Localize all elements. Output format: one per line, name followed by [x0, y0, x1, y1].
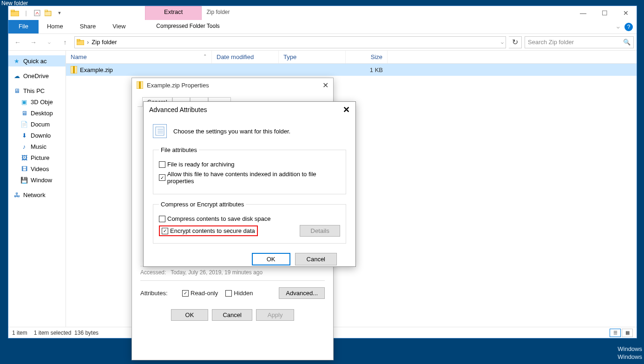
properties-dialog-buttons: OK Cancel Apply — [132, 304, 333, 327]
sidebar-item-quick-access[interactable]: ★ Quick ac — [8, 55, 66, 66]
hidden-label: Hidden — [234, 290, 253, 297]
attributes-row: Attributes: ✓ Read-only Hidden Advanced.… — [140, 287, 325, 299]
cloud-icon: ☁ — [13, 72, 20, 79]
navigation-pane: ★ Quick ac ☁ OneDrive 🖥 This PC ▣3D Obje… — [8, 51, 66, 327]
sidebar-item-onedrive[interactable]: ☁ OneDrive — [8, 70, 66, 81]
file-attributes-legend: File attributes — [159, 146, 199, 153]
column-name[interactable]: Name˄ — [66, 51, 212, 63]
archive-checkbox[interactable] — [159, 161, 165, 168]
address-dropdown-icon[interactable]: ⌵ — [501, 40, 504, 45]
details-view-button[interactable]: ☰ — [610, 329, 621, 337]
search-box[interactable]: Search Zip folder 🔍 — [525, 36, 634, 48]
compress-encrypt-legend: Compress or Encrypt attributes — [159, 201, 246, 208]
compress-encrypt-group: Compress or Encrypt attributes Compress … — [153, 201, 346, 244]
properties-title: Example.zip Properties — [147, 82, 209, 89]
encrypt-checkbox[interactable]: ✓ — [162, 228, 168, 234]
zip-icon — [137, 81, 143, 89]
properties-titlebar[interactable]: Example.zip Properties ✕ — [132, 78, 333, 92]
refresh-button[interactable]: ↻ — [509, 36, 522, 48]
ribbon: File Home Share View Compressed Folder T… — [8, 20, 637, 34]
file-row[interactable]: Example.zip 1 KB — [66, 64, 637, 76]
file-tab[interactable]: File — [8, 20, 39, 33]
search-icon: 🔍 — [623, 39, 631, 46]
index-checkbox[interactable]: ✓ — [159, 174, 165, 181]
attributes-label: Attributes: — [140, 290, 182, 297]
sidebar-item-pictures[interactable]: 🖼Picture — [8, 152, 66, 163]
advanced-titlebar[interactable]: Advanced Attributes ✕ — [144, 102, 355, 118]
hidden-checkbox[interactable] — [225, 290, 232, 297]
thumbnails-view-button[interactable]: ▦ — [622, 329, 633, 337]
archive-row: File is ready for archiving — [159, 161, 340, 168]
compressed-folder-tools-label: Compressed Folder Tools — [145, 20, 231, 33]
details-button[interactable]: Details — [300, 225, 340, 237]
sidebar-item-videos[interactable]: 🎞Videos — [8, 163, 66, 174]
sidebar-item-downloads[interactable]: ⬇Downlo — [8, 130, 66, 141]
readonly-label: Read-only — [191, 290, 218, 297]
sidebar-item-3d-objects[interactable]: ▣3D Obje — [8, 96, 66, 107]
monitor-icon: 🖥 — [13, 87, 20, 94]
sidebar-item-this-pc[interactable]: 🖥 This PC — [8, 85, 66, 96]
window-controls: — ☐ ✕ — [572, 6, 637, 20]
status-item-count: 1 item — [12, 330, 27, 336]
sidebar-item-network[interactable]: 🖧 Network — [8, 189, 66, 200]
sidebar-item-windows[interactable]: 💾Window — [8, 174, 66, 185]
address-bar-row: ← → ⌵ ↑ › Zip folder ⌵ ↻ Search Zip fold… — [8, 34, 637, 51]
file-attributes-group: File attributes File is ready for archiv… — [153, 146, 346, 194]
qat-dropdown-icon[interactable]: ▼ — [55, 9, 64, 17]
qat-separator: | — [22, 9, 30, 17]
column-date[interactable]: Date modified — [212, 51, 279, 63]
readonly-checkbox[interactable]: ✓ — [182, 290, 189, 297]
cancel-button[interactable]: Cancel — [212, 309, 252, 321]
advanced-attributes-dialog: Advanced Attributes ✕ Choose the setting… — [143, 101, 356, 267]
file-name: Example.zip — [80, 66, 113, 73]
close-button[interactable]: ✕ — [343, 105, 350, 115]
sidebar-item-desktop[interactable]: 🖥Desktop — [8, 107, 66, 119]
minimize-button[interactable]: — — [572, 6, 594, 20]
ok-button[interactable]: OK — [252, 253, 290, 265]
recent-dropdown[interactable]: ⌵ — [43, 40, 56, 45]
tab-home[interactable]: Home — [39, 20, 72, 33]
ribbon-expand-icon[interactable]: ⌵ — [617, 24, 620, 30]
attributes-icon — [153, 124, 167, 138]
archive-label: File is ready for archiving — [167, 161, 235, 168]
apply-button[interactable]: Apply — [256, 309, 295, 321]
contextual-tab-extract[interactable]: Extract — [145, 6, 202, 20]
breadcrumb-chevron-icon[interactable]: › — [87, 39, 89, 46]
window-title: Zip folder — [202, 6, 234, 20]
forward-button[interactable]: → — [27, 39, 40, 46]
drive-icon: 💾 — [20, 176, 28, 184]
up-button[interactable]: ↑ — [59, 39, 72, 46]
help-icon[interactable]: ? — [624, 23, 633, 31]
zip-icon — [71, 66, 77, 73]
column-size[interactable]: Size — [346, 51, 388, 63]
desktop-icon: 🖥 — [20, 109, 28, 117]
folder-icon — [77, 39, 84, 45]
cancel-button[interactable]: Cancel — [295, 253, 337, 265]
encrypt-label: Encrypt contents to secure data — [170, 227, 255, 234]
sidebar-item-music[interactable]: ♪Music — [8, 141, 66, 152]
column-headers: Name˄ Date modified Type Size — [66, 51, 637, 64]
properties-icon[interactable] — [33, 9, 41, 17]
tab-share[interactable]: Share — [72, 20, 105, 33]
compress-checkbox[interactable] — [159, 216, 165, 222]
back-button[interactable]: ← — [11, 39, 24, 46]
column-type[interactable]: Type — [279, 51, 346, 63]
ok-button[interactable]: OK — [171, 309, 209, 321]
maximize-button[interactable]: ☐ — [594, 6, 615, 20]
sidebar-item-documents[interactable]: 📄Docum — [8, 119, 66, 130]
index-row: ✓ Allow this file to have contents index… — [159, 171, 340, 185]
breadcrumb-current[interactable]: Zip folder — [92, 39, 117, 46]
advanced-title: Advanced Attributes — [149, 106, 207, 113]
index-label: Allow this file to have contents indexed… — [167, 171, 340, 185]
advanced-button[interactable]: Advanced... — [279, 287, 325, 299]
new-folder-icon[interactable] — [44, 9, 53, 17]
picture-icon: 🖼 — [20, 154, 28, 161]
close-button[interactable]: ✕ — [322, 81, 329, 90]
search-placeholder: Search Zip folder — [528, 39, 574, 46]
close-button[interactable]: ✕ — [615, 6, 637, 20]
tab-view[interactable]: View — [104, 20, 134, 33]
address-bar[interactable]: › Zip folder ⌵ — [74, 36, 506, 48]
quick-access-toolbar: | ▼ — [8, 6, 64, 20]
network-icon: 🖧 — [13, 191, 20, 199]
advanced-intro: Choose the settings you want for this fo… — [173, 128, 290, 135]
